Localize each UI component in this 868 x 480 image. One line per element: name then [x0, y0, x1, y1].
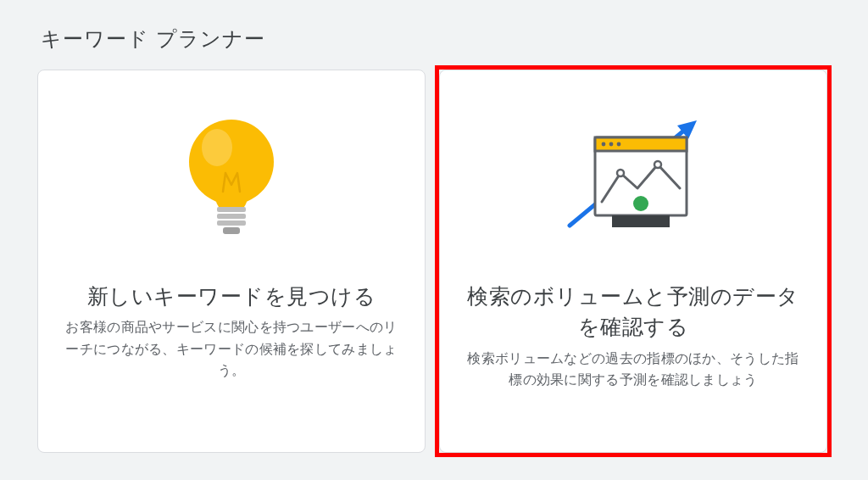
svg-rect-9 — [595, 137, 687, 151]
svg-point-10 — [602, 142, 606, 147]
card-description: 検索ボリュームなどの過去の指標のほか、そうした指標の効果に関する予測を確認しまし… — [464, 348, 803, 391]
svg-point-13 — [617, 170, 624, 176]
svg-rect-4 — [217, 220, 246, 226]
card-discover-keywords[interactable]: 新しいキーワードを見つける お客様の商品やサービスに関心を持つユーザーへのリーチ… — [37, 70, 426, 453]
svg-point-14 — [654, 161, 661, 168]
card-title: 新しいキーワードを見つける — [87, 281, 376, 311]
svg-point-1 — [202, 129, 232, 166]
svg-point-11 — [609, 142, 614, 147]
svg-point-0 — [189, 120, 274, 204]
card-title: 検索のボリュームと予測のデータを確認する — [464, 281, 803, 343]
svg-rect-3 — [217, 214, 246, 219]
svg-rect-16 — [612, 215, 670, 227]
card-description: お客様の商品やサービスに関心を持つユーザーへのリーチにつながる、キーワードの候補… — [62, 316, 401, 382]
cards-row: 新しいキーワードを見つける お客様の商品やサービスに関心を持つユーザーへのリーチ… — [37, 70, 831, 453]
lightbulb-icon — [62, 94, 401, 264]
svg-rect-2 — [217, 207, 246, 212]
svg-point-12 — [617, 142, 621, 147]
svg-point-15 — [633, 196, 648, 211]
svg-rect-5 — [223, 227, 240, 234]
card-forecast-volume[interactable]: 検索のボリュームと予測のデータを確認する 検索ボリュームなどの過去の指標のほか、… — [439, 70, 827, 453]
page-title: キーワード プランナー — [41, 25, 831, 53]
forecast-chart-icon — [464, 94, 803, 264]
